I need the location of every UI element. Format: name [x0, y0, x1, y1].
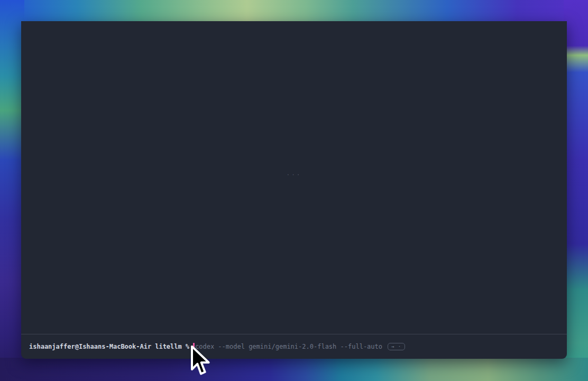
desktop: { "wallpaper": { "description": "macos-a…: [0, 0, 588, 381]
accept-suggestion-hint-icon: → ·: [388, 343, 405, 350]
loading-ellipsis: ···: [287, 171, 302, 178]
terminal-window[interactable]: ··· ishaanjaffer@Ishaans-MacBook-Air lit…: [21, 21, 567, 359]
wallpaper-bottom: [0, 358, 588, 381]
terminal-output-area: ···: [21, 21, 567, 334]
autosuggestion-text: codex --model gemini/gemini-2.0-flash --…: [195, 343, 382, 350]
command-input-line[interactable]: ishaanjaffer@Ishaans-MacBook-Air litellm…: [29, 341, 561, 352]
prompt-user-host: ishaanjaffer@Ishaans-MacBook-Air: [29, 343, 151, 350]
prompt-directory: litellm: [155, 343, 182, 350]
prompt-symbol: %: [186, 343, 189, 350]
text-cursor: [193, 343, 195, 351]
wallpaper-right: [564, 0, 588, 381]
prompt-divider: [21, 334, 567, 334]
